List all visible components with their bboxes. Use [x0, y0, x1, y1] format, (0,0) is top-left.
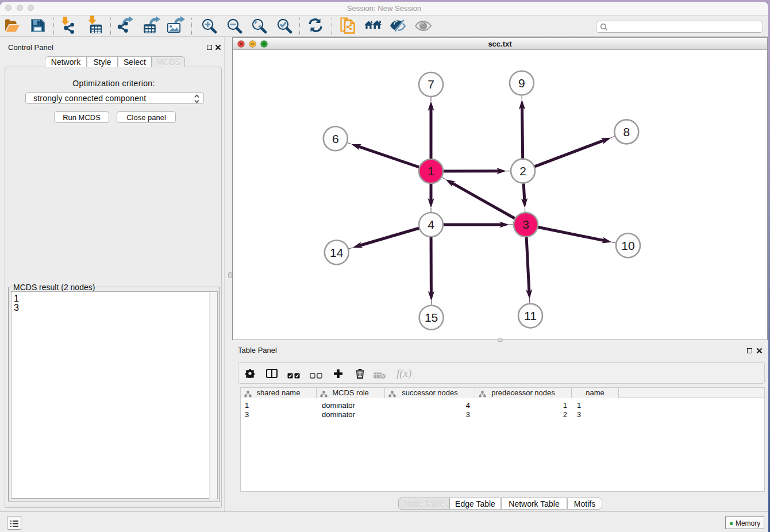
- svg-text:2: 2: [519, 164, 526, 178]
- svg-text:8: 8: [623, 125, 630, 138]
- svg-text:6: 6: [332, 132, 339, 145]
- svg-text:3: 3: [522, 218, 529, 231]
- svg-text:7: 7: [428, 78, 434, 91]
- svg-text:1: 1: [428, 164, 434, 178]
- svg-text:14: 14: [330, 246, 344, 259]
- svg-text:11: 11: [524, 309, 537, 322]
- svg-text:15: 15: [425, 311, 438, 324]
- svg-text:9: 9: [518, 76, 525, 90]
- svg-text:10: 10: [621, 239, 634, 252]
- svg-text:4: 4: [428, 218, 434, 231]
